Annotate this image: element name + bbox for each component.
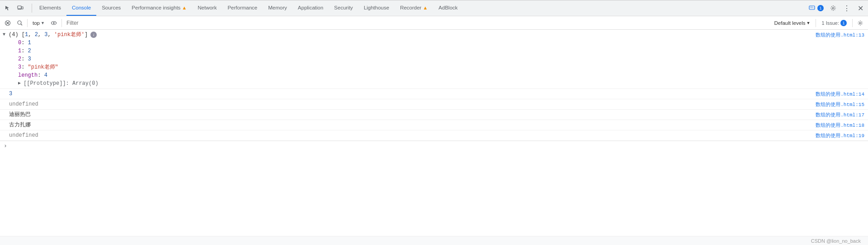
tab-bar-icons <box>2 2 26 14</box>
device-toolbar-button[interactable] <box>14 2 26 14</box>
console-output: ▼ (4) [1, 2, 3, 'pink老师'] i 0: 1 1: 2 2:… <box>0 30 868 236</box>
clear-console-button[interactable] <box>3 18 13 28</box>
prompt-icon: › <box>4 143 7 149</box>
svg-point-8 <box>18 21 21 24</box>
footer-text: CSDN @lion_no_back <box>811 238 861 244</box>
svg-point-11 <box>53 22 55 24</box>
footer: CSDN @lion_no_back <box>0 236 868 245</box>
gulinazha-content: 古力扎娜 <box>0 120 812 129</box>
tab-adblock[interactable]: AdBlock <box>433 0 463 16</box>
console-settings-button[interactable] <box>855 18 865 28</box>
default-levels-dropdown[interactable]: Default levels ▼ <box>772 19 813 27</box>
tab-elements[interactable]: Elements <box>34 0 66 16</box>
svg-rect-0 <box>18 6 21 9</box>
undefined-entry-content-1: undefined <box>0 100 812 109</box>
message-count-badge: 1 <box>817 5 824 11</box>
proto-triangle[interactable]: ▶ <box>18 79 23 88</box>
array-row-length: length: 4 <box>18 71 808 79</box>
close-devtools-button[interactable]: ✕ <box>854 2 866 14</box>
number-value: 3 <box>9 91 12 97</box>
settings-button[interactable] <box>827 2 839 14</box>
filter-button[interactable] <box>14 18 24 28</box>
undefined-entry-source-2[interactable]: 数组的使用.html:19 <box>812 132 868 139</box>
tab-performance[interactable]: Performance <box>222 0 263 16</box>
console-entry-undefined-1: undefined 数组的使用.html:15 <box>0 99 868 110</box>
array-row-3: 3: "pink老师" <box>18 63 808 71</box>
gulinazha-value: 古力扎娜 <box>9 122 31 128</box>
toolbar-divider-3 <box>816 19 816 27</box>
undefined-entry-source-1[interactable]: 数组的使用.html:15 <box>812 101 868 108</box>
tab-bar-divider <box>32 4 32 13</box>
toolbar-divider-1 <box>27 19 28 27</box>
toolbar-divider-4 <box>852 19 853 27</box>
recorder-warning-icon: ▲ <box>423 5 428 10</box>
console-entry-dilireba: 迪丽热巴 数组的使用.html:17 <box>0 110 868 120</box>
console-entry-undefined-2: undefined 数组的使用.html:19 <box>0 130 868 141</box>
tab-lighthouse[interactable]: Lighthouse <box>359 0 395 16</box>
context-dropdown-arrow: ▼ <box>41 21 45 25</box>
issues-badge[interactable]: 1 Issue: 1 <box>819 19 849 27</box>
dilireba-source[interactable]: 数组的使用.html:17 <box>812 111 868 119</box>
live-expressions-button[interactable] <box>49 18 59 28</box>
devtools-panel: Elements Console Sources Performance ins… <box>0 0 868 245</box>
array-entry-content: ▼ (4) [1, 2, 3, 'pink老师'] i 0: 1 1: 2 2:… <box>0 30 812 88</box>
svg-point-4 <box>832 7 834 9</box>
console-input[interactable] <box>10 143 864 149</box>
number-entry-source[interactable]: 数组的使用.html:14 <box>812 90 868 98</box>
console-entry-3: 3 数组的使用.html:14 <box>0 89 868 99</box>
performance-insights-warning-icon: ▲ <box>182 5 187 10</box>
array-triangle[interactable]: ▼ <box>3 31 7 39</box>
issues-count-badge: 1 <box>840 20 847 26</box>
array-row-1: 1: 2 <box>18 47 808 55</box>
console-toolbar: top ▼ Default levels ▼ 1 Issue: 1 <box>0 16 868 30</box>
context-selector[interactable]: top ▼ <box>30 19 47 27</box>
svg-point-12 <box>859 22 861 24</box>
tab-memory[interactable]: Memory <box>263 0 292 16</box>
message-button[interactable]: 1 <box>807 2 826 14</box>
tab-security[interactable]: Security <box>329 0 359 16</box>
undefined-entry-content-2: undefined <box>0 131 812 140</box>
console-entry-gulinazha: 古力扎娜 数组的使用.html:18 <box>0 120 868 130</box>
tab-console[interactable]: Console <box>66 0 96 16</box>
tab-recorder[interactable]: Recorder ▲ <box>395 0 433 16</box>
tab-bar-right: 1 ⋮ ✕ <box>807 2 866 14</box>
dilireba-content: 迪丽热巴 <box>0 110 812 119</box>
number-entry-content: 3 <box>0 89 812 98</box>
console-entry-array: ▼ (4) [1, 2, 3, 'pink老师'] i 0: 1 1: 2 2:… <box>0 30 868 89</box>
svg-line-9 <box>21 24 22 25</box>
tab-sources[interactable]: Sources <box>96 0 126 16</box>
tab-performance-insights[interactable]: Performance insights ▲ <box>126 0 192 16</box>
array-info-icon[interactable]: i <box>90 32 97 38</box>
default-levels-arrow: ▼ <box>807 21 811 25</box>
array-body: 0: 1 1: 2 2: 3 3: "pink老师" length: 4 <box>9 39 808 88</box>
undefined-value-2: undefined <box>9 132 38 139</box>
more-options-button[interactable]: ⋮ <box>841 2 853 14</box>
tab-network[interactable]: Network <box>192 0 222 16</box>
console-input-line: › <box>0 141 868 151</box>
array-expand-row: ▼ (4) [1, 2, 3, 'pink老师'] i <box>9 31 808 39</box>
array-preview: (4) [1, 2, 3, 'pink老师'] <box>9 31 88 39</box>
toolbar-divider-2 <box>61 19 62 27</box>
undefined-value-1: undefined <box>9 101 38 107</box>
array-row-2: 2: 3 <box>18 55 808 63</box>
array-entry-source[interactable]: 数组的使用.html:13 <box>812 31 868 39</box>
svg-rect-1 <box>22 7 24 9</box>
gulinazha-source[interactable]: 数组的使用.html:18 <box>812 121 868 129</box>
inspect-element-button[interactable] <box>2 2 14 14</box>
tab-application[interactable]: Application <box>292 0 329 16</box>
array-row-0: 0: 1 <box>18 39 808 47</box>
array-proto-row: ▶ [[Prototype]]: Array(0) <box>18 79 808 88</box>
filter-input[interactable] <box>65 19 770 27</box>
tab-bar: Elements Console Sources Performance ins… <box>0 0 868 16</box>
dilireba-value: 迪丽热巴 <box>9 111 31 118</box>
tabs-container: Elements Console Sources Performance ins… <box>34 0 807 16</box>
